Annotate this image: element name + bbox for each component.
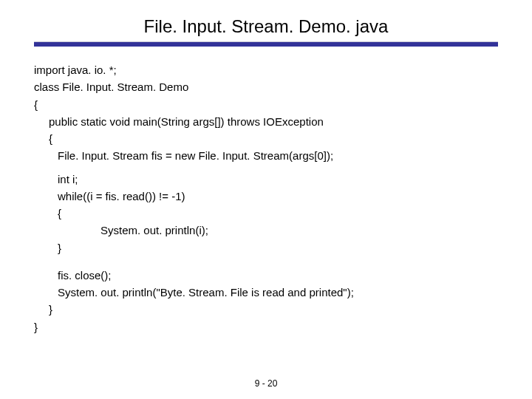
code-line: while((i = fis. read()) != -1) (34, 188, 498, 205)
code-line: System. out. println(i); (34, 222, 498, 239)
code-line: int i; (34, 171, 498, 188)
code-line: fis. close(); (34, 267, 498, 284)
code-line: { (34, 96, 498, 113)
title-underline (34, 41, 498, 47)
code-line: { (34, 205, 498, 222)
page-title: File. Input. Stream. Demo. java (34, 16, 498, 37)
code-line: } (34, 239, 498, 256)
slide: File. Input. Stream. Demo. java import j… (0, 0, 532, 399)
slide-number: 9 - 20 (0, 378, 532, 389)
spacer (34, 256, 498, 267)
code-line: class File. Input. Stream. Demo (34, 78, 498, 95)
code-line: } (34, 301, 498, 318)
code-line: public static void main(String args[]) t… (34, 113, 498, 130)
code-line: { (34, 130, 498, 147)
code-line: } (34, 318, 498, 335)
code-line: import java. io. *; (34, 61, 498, 78)
code-line: System. out. println("Byte. Stream. File… (34, 284, 498, 301)
code-block: import java. io. *; class File. Input. S… (34, 61, 498, 335)
code-line: File. Input. Stream fis = new File. Inpu… (34, 147, 498, 164)
spacer (34, 165, 498, 171)
